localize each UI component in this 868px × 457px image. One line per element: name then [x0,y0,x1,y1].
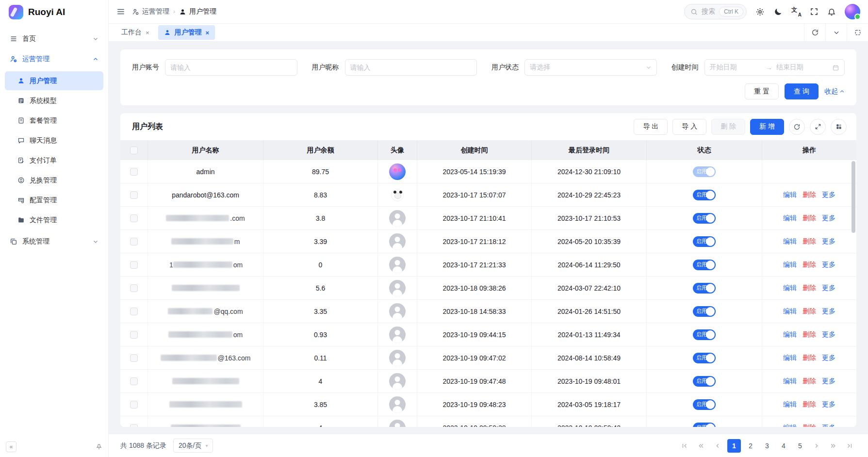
sidebar-item-config[interactable]: 配置管理 [5,191,103,210]
page-number-2[interactable]: 2 [744,439,757,453]
status-toggle[interactable]: 启用 [693,399,716,410]
pin-icon[interactable] [96,443,102,450]
sidebar-collapse-button[interactable]: « [6,441,16,452]
sidebar-item-chat[interactable]: 聊天消息 [5,131,103,150]
moon-icon[interactable] [773,7,783,16]
status-toggle[interactable]: 启用 [693,166,716,177]
next-page-button[interactable] [810,439,823,453]
edit-link[interactable]: 编辑 [783,237,797,246]
query-button[interactable]: 查 询 [785,83,819,99]
sidebar-item-system[interactable]: 系统管理 [5,231,103,252]
delete-link[interactable]: 删除 [802,237,816,246]
sidebar-item-package[interactable]: 套餐管理 [5,111,103,130]
collapse-filter-link[interactable]: 收起 [824,87,845,96]
delete-link[interactable]: 删除 [802,377,816,386]
import-button[interactable]: 导 入 [672,119,706,135]
status-toggle[interactable]: 启用 [693,329,716,340]
delete-link[interactable]: 删除 [802,214,816,223]
delete-button[interactable]: 删 除 [711,119,745,135]
jump-forward-button[interactable] [826,439,840,453]
select-all-checkbox[interactable] [130,147,138,154]
row-checkbox[interactable] [130,424,138,427]
sidebar-item-order[interactable]: 支付订单 [5,151,103,170]
row-checkbox[interactable] [130,214,138,222]
column-settings-icon[interactable] [831,119,847,135]
date-range-picker[interactable]: 开始日期 → 结束日期 [704,59,845,76]
expand-table-icon[interactable] [810,119,826,135]
breadcrumb-operations[interactable]: 运营管理 [132,7,169,16]
row-checkbox[interactable] [130,261,138,269]
more-link[interactable]: 更多 [822,400,835,409]
first-page-button[interactable] [678,439,691,453]
app-logo[interactable]: Ruoyi AI [0,0,108,24]
status-toggle[interactable]: 启用 [693,190,716,200]
edit-link[interactable]: 编辑 [783,377,797,386]
hamburger-menu-icon[interactable] [116,7,125,16]
table-scrollbar[interactable] [852,160,855,427]
row-checkbox[interactable] [130,191,138,199]
close-icon[interactable]: × [146,29,149,36]
delete-link[interactable]: 删除 [802,424,816,427]
delete-link[interactable]: 删除 [802,354,816,362]
delete-link[interactable]: 删除 [802,330,816,339]
more-link[interactable]: 更多 [822,330,835,339]
row-checkbox[interactable] [130,354,138,362]
user-avatar[interactable] [845,4,860,19]
edit-link[interactable]: 编辑 [783,191,797,199]
close-icon[interactable]: × [206,29,210,36]
sidebar-item-home[interactable]: 首页 [5,29,103,49]
edit-link[interactable]: 编辑 [783,424,797,427]
delete-link[interactable]: 删除 [802,400,816,409]
page-size-select[interactable]: 20条/页 ▾ [173,439,213,453]
delete-link[interactable]: 删除 [802,191,816,199]
delete-link[interactable]: 删除 [802,307,816,316]
tab-dropdown-icon[interactable] [825,24,847,41]
export-button[interactable]: 导 出 [634,119,668,135]
row-checkbox[interactable] [130,284,138,292]
status-toggle[interactable]: 启用 [693,306,716,317]
sidebar-item-exchange[interactable]: 兑换管理 [5,171,103,190]
add-button[interactable]: 新 增 [750,119,784,135]
reset-button[interactable]: 重 置 [745,83,779,99]
account-input[interactable] [165,59,297,76]
row-checkbox[interactable] [130,331,138,339]
status-toggle[interactable]: 启用 [693,260,716,270]
status-toggle[interactable]: 启用 [693,283,716,294]
status-toggle[interactable]: 启用 [693,236,716,247]
status-toggle[interactable]: 启用 [693,376,716,387]
row-checkbox[interactable] [130,308,138,315]
previous-page-button[interactable] [711,439,724,453]
tab-workbench[interactable]: 工作台 × [115,25,155,40]
nickname-input-box[interactable] [350,64,472,71]
edit-link[interactable]: 编辑 [783,400,797,409]
edit-link[interactable]: 编辑 [783,330,797,339]
refresh-table-icon[interactable] [789,119,805,135]
maximize-content-icon[interactable] [847,24,868,41]
sidebar-item-user[interactable]: 用户管理 [5,71,103,90]
page-number-5[interactable]: 5 [793,439,807,453]
nickname-input[interactable] [345,59,477,76]
more-link[interactable]: 更多 [822,354,835,362]
jump-back-button[interactable] [694,439,708,453]
translate-icon[interactable]: 文 A [791,7,801,16]
edit-link[interactable]: 编辑 [783,307,797,316]
more-link[interactable]: 更多 [822,261,835,269]
last-page-button[interactable] [843,439,856,453]
more-link[interactable]: 更多 [822,237,835,246]
more-link[interactable]: 更多 [822,307,835,316]
more-link[interactable]: 更多 [822,424,835,427]
page-number-1[interactable]: 1 [727,439,741,453]
page-number-3[interactable]: 3 [760,439,774,453]
sidebar-item-operations[interactable]: 运营管理 [5,49,103,69]
gear-icon[interactable] [755,7,765,16]
scrollbar-thumb[interactable] [852,161,855,233]
global-search[interactable]: 搜索 Ctrl K [684,4,747,19]
refresh-tab-icon[interactable] [804,24,825,41]
tab-user-management[interactable]: 用户管理 × [158,25,215,40]
more-link[interactable]: 更多 [822,214,835,223]
more-link[interactable]: 更多 [822,284,835,293]
edit-link[interactable]: 编辑 [783,354,797,362]
status-toggle[interactable]: 启用 [693,213,716,224]
row-checkbox[interactable] [130,401,138,408]
account-input-box[interactable] [170,64,292,71]
